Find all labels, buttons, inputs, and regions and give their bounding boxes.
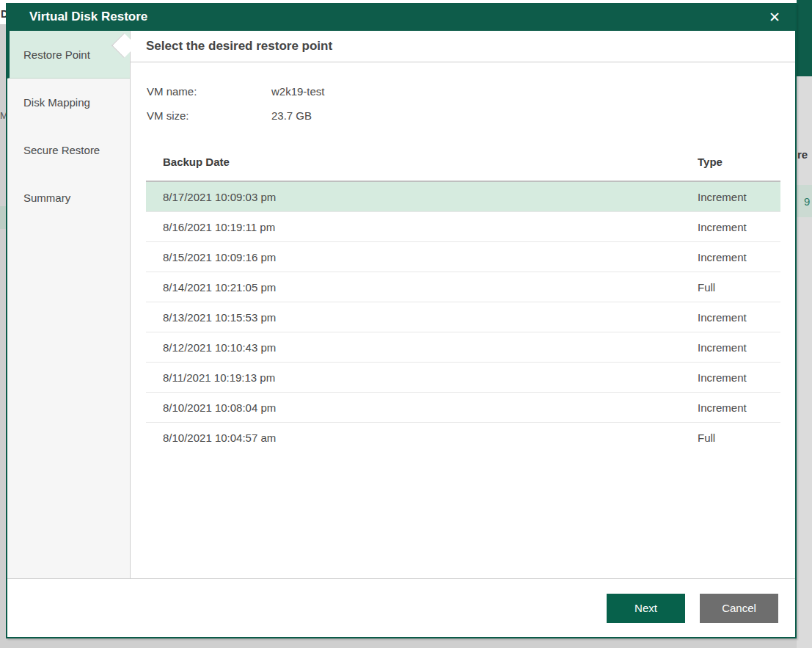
vm-name-value: w2k19-test xyxy=(271,85,325,98)
dialog-titlebar: Virtual Disk Restore ✕ xyxy=(7,3,795,31)
sidebar-item-restore-point[interactable]: Restore Point xyxy=(7,31,130,79)
cancel-button[interactable]: Cancel xyxy=(700,594,778,623)
sidebar-item-label: Summary xyxy=(23,192,70,204)
table-row[interactable]: 8/11/2021 10:19:13 pm Increment xyxy=(146,363,780,393)
dialog-title: Virtual Disk Restore xyxy=(29,10,766,24)
vm-size-row: VM size: 23.7 GB xyxy=(146,103,780,128)
table-row[interactable]: 8/14/2021 10:21:05 pm Full xyxy=(146,272,780,302)
column-header-backup-date: Backup Date xyxy=(146,156,698,168)
background-page-right-sliver: re 9 xyxy=(797,0,812,648)
vm-name-label: VM name: xyxy=(147,85,271,98)
vm-size-label: VM size: xyxy=(147,109,271,122)
vm-name-row: VM name: w2k19-test xyxy=(146,79,780,103)
table-row[interactable]: 8/10/2021 10:04:57 am Full xyxy=(146,423,780,453)
table-row[interactable]: 8/10/2021 10:08:04 pm Increment xyxy=(146,393,780,423)
page-title: Select the desired restore point xyxy=(131,31,795,62)
wizard-steps-sidebar: Restore Point Disk Mapping Secure Restor… xyxy=(7,31,131,578)
background-text-fragment-left-mid: M xyxy=(0,110,6,123)
next-button[interactable]: Next xyxy=(607,594,685,623)
wizard-content: Select the desired restore point VM name… xyxy=(131,31,795,578)
sidebar-item-label: Secure Restore xyxy=(23,144,100,156)
background-text-fragment-right-header: re xyxy=(797,148,808,161)
sidebar-item-label: Disk Mapping xyxy=(23,96,90,109)
sidebar-item-disk-mapping[interactable]: Disk Mapping xyxy=(7,79,130,126)
background-selected-row-fragment-left xyxy=(0,206,6,229)
table-row[interactable]: 8/12/2021 10:10:43 pm Increment xyxy=(146,332,780,363)
table-row[interactable]: 8/13/2021 10:15:53 pm Increment xyxy=(146,302,780,332)
sidebar-item-label: Restore Point xyxy=(23,48,90,61)
background-selected-row-fragment-right: 9 xyxy=(797,185,812,217)
background-link-fragment: 9 xyxy=(804,195,810,208)
table-row[interactable]: 8/17/2021 10:09:03 pm Increment xyxy=(146,182,780,212)
sidebar-item-secure-restore[interactable]: Secure Restore xyxy=(7,126,130,174)
column-header-type: Type xyxy=(698,156,780,168)
close-icon[interactable]: ✕ xyxy=(766,9,783,26)
table-row[interactable]: 8/16/2021 10:19:11 pm Increment xyxy=(146,212,780,242)
background-navbar-fragment xyxy=(797,0,812,76)
dialog-footer: Next Cancel xyxy=(7,578,795,637)
sidebar-item-summary[interactable]: Summary xyxy=(7,174,130,222)
virtual-disk-restore-dialog: Virtual Disk Restore ✕ Restore Point Dis… xyxy=(6,3,797,638)
restore-point-panel: VM name: w2k19-test VM size: 23.7 GB Bac… xyxy=(131,62,795,578)
vm-size-value: 23.7 GB xyxy=(271,109,312,122)
restore-points-table: Backup Date Type 8/17/2021 10:09:03 pm I… xyxy=(146,142,780,453)
table-row[interactable]: 8/15/2021 10:09:16 pm Increment xyxy=(146,242,780,272)
dialog-body: Restore Point Disk Mapping Secure Restor… xyxy=(7,31,795,578)
table-header-row: Backup Date Type xyxy=(146,142,780,182)
